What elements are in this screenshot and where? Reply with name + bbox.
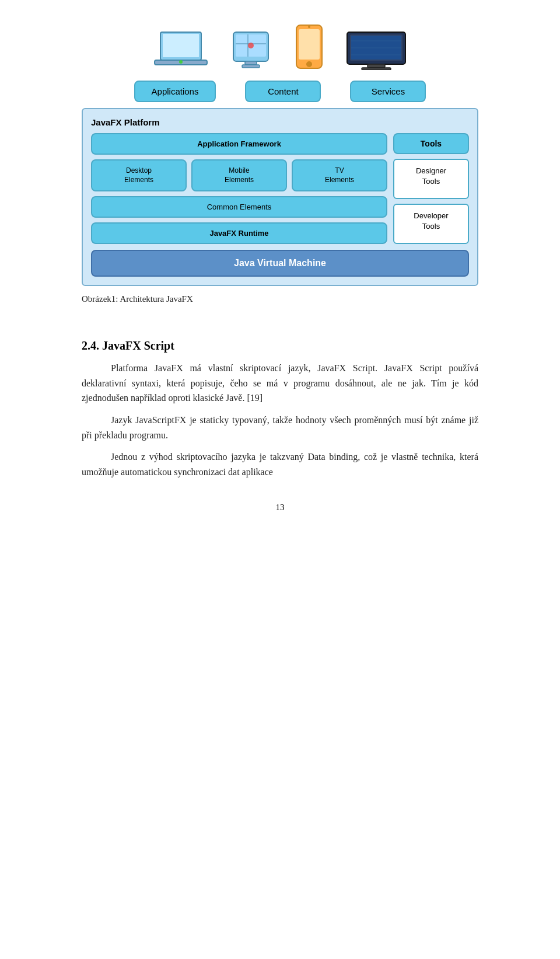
laptop-icon-group: [152, 29, 210, 70]
designer-tools-item: DesignerTools: [393, 159, 469, 199]
mobile-elements-button[interactable]: MobileElements: [191, 159, 287, 191]
svg-point-3: [179, 60, 183, 64]
javafx-platform-box: JavaFX Platform Application Framework De…: [82, 108, 478, 286]
svg-point-13: [306, 61, 312, 67]
section-heading: 2.4. JavaFX Script: [82, 339, 478, 353]
jvm-bar: Java Virtual Machine: [91, 250, 469, 277]
phone-icon-group: [292, 23, 327, 70]
section-number: 2.4.: [82, 339, 99, 352]
gps-icon-group: [228, 29, 274, 70]
javafx-runtime-button[interactable]: JavaFX Runtime: [91, 222, 387, 244]
gps-icon: [228, 29, 274, 70]
paragraph-1: Platforma JavaFX má vlastní skriptovací …: [82, 361, 478, 406]
diagram-container: Applications Content Services JavaFX Pla…: [82, 23, 478, 322]
applications-button[interactable]: Applications: [134, 81, 216, 102]
svg-rect-9: [245, 61, 257, 65]
common-elements-button[interactable]: Common Elements: [91, 196, 387, 218]
svg-point-14: [308, 26, 310, 28]
svg-rect-10: [242, 65, 260, 68]
svg-rect-12: [299, 29, 320, 60]
laptop-icon: [152, 29, 210, 70]
top-buttons-row: Applications Content Services: [134, 81, 426, 102]
paragraph-2: Jazyk JavaScriptFX je staticky typovaný,…: [82, 413, 478, 442]
app-framework-button[interactable]: Application Framework: [91, 133, 387, 155]
platform-right: Tools DesignerTools DeveloperTools: [393, 133, 469, 244]
tools-items: DesignerTools DeveloperTools: [393, 159, 469, 244]
tv-icon: [344, 29, 408, 70]
content-button[interactable]: Content: [245, 81, 321, 102]
elements-row: DesktopElements MobileElements TVElement…: [91, 159, 387, 191]
developer-tools-item: DeveloperTools: [393, 204, 469, 244]
platform-inner: Application Framework DesktopElements Mo…: [91, 133, 469, 244]
section-title: JavaFX Script: [102, 339, 174, 352]
page-number: 13: [82, 503, 478, 512]
platform-title: JavaFX Platform: [91, 117, 469, 127]
svg-rect-1: [163, 34, 199, 57]
paragraph-3: Jednou z výhod skriptovacího jazyka je t…: [82, 449, 478, 479]
tools-label: Tools: [393, 133, 469, 154]
services-button[interactable]: Services: [350, 81, 426, 102]
svg-rect-21: [368, 64, 385, 68]
svg-rect-22: [362, 68, 391, 70]
phone-icon: [292, 23, 327, 70]
figure-caption: Obrázek1: Architektura JavaFX: [82, 294, 478, 304]
desktop-elements-button[interactable]: DesktopElements: [91, 159, 187, 191]
tv-icon-group: [344, 29, 408, 70]
platform-left: Application Framework DesktopElements Mo…: [91, 133, 387, 244]
svg-point-8: [248, 43, 254, 48]
tv-elements-button[interactable]: TVElements: [292, 159, 387, 191]
device-icons-row: [152, 23, 408, 70]
